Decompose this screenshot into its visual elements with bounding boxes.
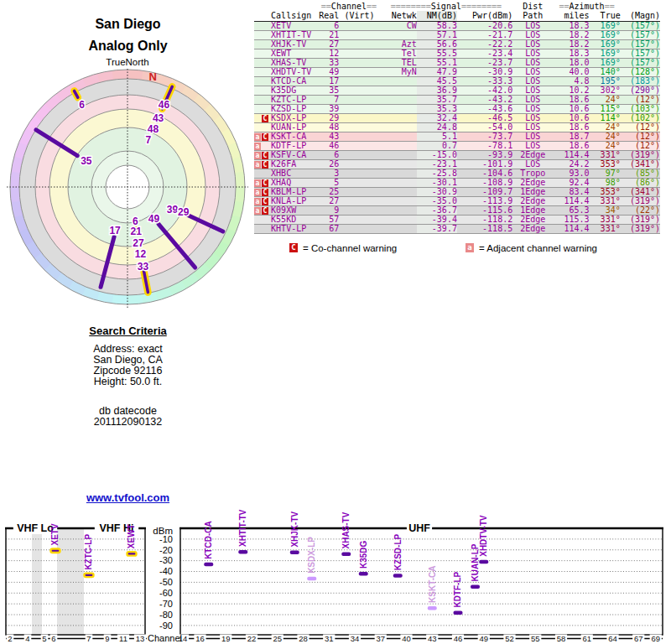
radar-channel-label: 33	[138, 261, 149, 273]
radar-channel-label: 12	[135, 248, 147, 260]
table-row: aCKNLA-LP27-35.0-113.92Edge114.4331°(319…	[254, 197, 660, 206]
signal-by-channel-chart: VHF LoVHF Hi2456791113XETVKZTC-LPXEWTUHF…	[0, 506, 671, 644]
channel-tick-label: 49	[479, 634, 488, 643]
table-row: XHAS-TV33TEL55.1-23.7LOS18.0169°(157°)	[254, 59, 660, 68]
station-marker	[238, 550, 247, 554]
radar-title: San Diego	[0, 17, 256, 32]
adjacent-channel-warning-icon: a	[254, 189, 261, 196]
table-row: KZTC-LP735.7-43.2LOS18.624°(12°)	[254, 96, 660, 105]
adjacent-channel-warning-icon: a	[254, 152, 261, 159]
radar-channel-label: 7	[145, 134, 151, 146]
radar-rim-segment	[236, 202, 239, 218]
true-north-label: TrueNorth	[106, 57, 148, 67]
channel-gap-band	[32, 528, 42, 635]
co-channel-legend: C= Co-channel warning	[289, 242, 397, 253]
channel-tick-label: 28	[299, 634, 308, 643]
channel-gap-band	[57, 528, 84, 635]
radar-rim-segment	[112, 299, 127, 299]
adjacent-channel-legend: a= Adjacent channel warning	[466, 242, 597, 253]
table-row: XHTIT-TV2157.1-21.7LOS18.2169°(157°)	[254, 31, 660, 40]
band-section-label: UHF	[408, 522, 430, 534]
station-label: XHDTV-TV	[479, 515, 488, 557]
channel-tick-label: 16	[195, 634, 205, 643]
radar-rim-segment	[18, 215, 23, 230]
dbm-tick-label: -60	[159, 588, 173, 598]
radar-channel-label: 39	[167, 204, 179, 216]
co-channel-warning-icon: C	[262, 179, 268, 187]
adjacent-channel-warning-icon: a	[254, 161, 261, 169]
channel-tick-label: 13	[136, 634, 145, 643]
station-label: K35DG	[359, 541, 368, 569]
channel-tick-label: 40	[402, 634, 411, 643]
radar-channel-label: 35	[81, 155, 92, 167]
channel-axis-title: Channel	[148, 633, 182, 643]
table-row: XEWT12Tel55.5-23.4LOS18.3169°(157°)	[254, 49, 660, 59]
radar-rim-segment	[237, 158, 240, 174]
channel-tick-label: 34	[351, 634, 360, 643]
station-label: KTCD-CA	[204, 521, 213, 559]
adjacent-channel-icon: a	[466, 243, 474, 252]
station-marker	[454, 611, 463, 615]
tvfool-link[interactable]: www.tvfool.com	[86, 491, 169, 504]
adjacent-channel-warning-icon: a	[254, 198, 261, 205]
station-label: XEWT	[127, 524, 137, 548]
station-marker	[341, 553, 351, 557]
channel-tick-label: 67	[634, 634, 643, 643]
radar-rim-segment	[97, 295, 113, 299]
table-row: K35DG3536.9-42.0LOS10.2302°(290°)	[254, 86, 660, 96]
radar-rim-segment	[126, 299, 142, 299]
station-marker	[428, 606, 437, 610]
table-row: XETV6CW58.3-20.6LOS18.3169°(157°)	[254, 22, 660, 31]
radar-channel-label: 46	[159, 99, 170, 111]
radar-channel-label: 43	[153, 112, 164, 124]
channel-tick-label: 37	[376, 634, 385, 643]
channel-tick-label: 69	[651, 634, 660, 643]
table-row: aCKBLM-LP25-30.9-109.71Edge83.4353°(341°…	[254, 188, 660, 197]
table-row: XHJK-TV27Azt56.6-22.2LOS18.2169°(157°)	[254, 40, 660, 49]
radar-rim-segment	[231, 216, 237, 231]
table-row: CKSDX-LP2932.4-46.5LOS10.6114°(102°)	[254, 114, 660, 123]
adjacent-channel-warning-icon: a	[254, 207, 261, 215]
channel-tick-label: 55	[531, 634, 540, 643]
channel-tick-label: 22	[247, 634, 257, 643]
station-label: KSDX-LP	[307, 537, 316, 574]
radar-channel-label: 21	[131, 226, 143, 237]
co-channel-text: = Co-channel warning	[303, 243, 397, 253]
radar-rim-segment	[15, 200, 18, 216]
adjacent-channel-warning-icon: a	[254, 179, 261, 187]
dbm-tick-label: -70	[159, 599, 173, 609]
co-channel-icon: C	[289, 243, 298, 252]
chart-panel-border	[180, 528, 663, 635]
table-column-header: CallsignReal(Virt)NetwkNM(dB)Pwr(dBm)Pat…	[254, 11, 660, 22]
table-row: aCKSFV-CA6-15.0-93.92Edge114.4331°(319°)	[254, 151, 660, 160]
table-row: KZSD-LP3935.3-43.6LOS10.6115°(103°)	[254, 105, 660, 114]
radar-rim-segment	[231, 144, 237, 159]
table-row: aCK09XW9-36.7-115.61Edge65.334°(22°)	[254, 206, 660, 216]
channel-tick-label: 4	[25, 634, 29, 643]
table-row: aCXHAQ5-30.1-108.92Edge92.498°(86°)	[254, 179, 660, 188]
radar-rim-segment	[141, 296, 157, 299]
channel-tick-label: 58	[557, 634, 566, 643]
station-marker	[51, 549, 60, 553]
channel-tick-label: 64	[608, 634, 617, 643]
tvfool-report: San Diego Analog Only TrueNorth635464348…	[0, 0, 671, 644]
table-group-header: ==Channel==========Signal========Dist==A…	[254, 2, 660, 11]
radar-rim-segment	[127, 75, 143, 75]
co-channel-warning-icon: C	[262, 115, 268, 122]
radar-rim-segment	[98, 75, 114, 78]
co-channel-warning-icon: C	[262, 152, 268, 159]
search-criteria-heading: Search Criteria	[25, 325, 231, 336]
station-label: KDTF-LP	[454, 571, 463, 607]
search-height: Height: 50.0 ft.	[25, 377, 231, 387]
channel-tick-label: 52	[505, 634, 514, 643]
station-label: KZSD-LP	[393, 533, 403, 570]
site-link-wrap: www.tvfool.com	[0, 491, 256, 504]
station-label: XHTIT-TV	[238, 509, 247, 547]
radar-channel-label: 6	[79, 99, 85, 111]
table-row: aKDTF-LP460.7-78.1LOS18.624°(12°)	[254, 142, 660, 151]
dbm-tick-label: -30	[159, 555, 173, 565]
channel-tick-label: 43	[428, 634, 437, 643]
channel-tick-label: 11	[119, 634, 127, 643]
signal-table: ==Channel==========Signal========Dist==A…	[254, 2, 660, 234]
channel-tick-label: 2	[8, 634, 12, 643]
